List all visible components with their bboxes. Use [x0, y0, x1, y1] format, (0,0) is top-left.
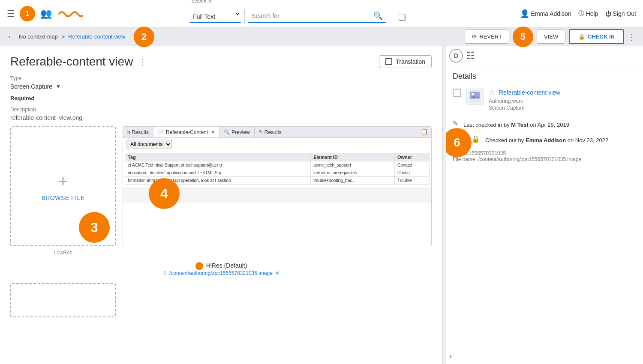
browse-file-button[interactable]: BROWSE FILE	[41, 194, 84, 201]
description-value: referable-content_view.png	[10, 114, 432, 121]
hires-section: ⬤ HiRes (Default) ⇩ /content/authoring/z…	[10, 261, 432, 276]
help-circle-icon: ⓘ	[578, 10, 584, 18]
vertical-scrollbar[interactable]	[442, 46, 446, 364]
content-title-row: Referable-content view ⋮ Translation	[10, 55, 432, 69]
checked-out-user: Emma Addison	[526, 137, 566, 143]
checked-out-row: 6 🔒 Checked out by Emma Addison on Nov 2…	[453, 135, 636, 143]
signout-label: Sign Out	[613, 10, 636, 17]
view-button[interactable]: VIEW	[537, 30, 565, 44]
details-title: Details	[453, 72, 636, 81]
col-header-tag: Tag	[125, 153, 311, 161]
cell-tag: ct ACME Technical Support at techsupport…	[125, 161, 311, 169]
right-tabs: D ☷	[446, 46, 643, 65]
details-item-authoring: Authoring:work	[489, 98, 636, 104]
top-navigation: ☰ 1 👥 Search in Full Text 🔍 ❑ �	[0, 0, 643, 27]
tab-d[interactable]: D	[449, 49, 463, 63]
preview-tab-referable[interactable]: 📄 Referable-Content ✕	[153, 127, 219, 137]
search-area: Search in Full Text 🔍 ❑	[88, 4, 508, 23]
id-row: ID: zpc1556570321035	[453, 150, 636, 156]
download-icon[interactable]: ⇩	[162, 270, 167, 276]
search-in-wrapper: Search in Full Text	[189, 4, 241, 23]
details-item-main: ☆ Referable-content view Authoring:work …	[453, 88, 636, 111]
edit-icon[interactable]: ✎	[453, 119, 458, 128]
copy-icon[interactable]: 📋	[419, 128, 430, 136]
lock-icon: 🔒	[578, 33, 585, 40]
breadcrumb-bar: ← No context map > Referable-content vie…	[0, 27, 643, 46]
checked-out-info: Checked out by Emma Addison on Nov 23, 2…	[485, 137, 608, 143]
hires-radio[interactable]: ⬤	[195, 261, 204, 270]
filename-value: /content/authoring/zpc1556570321035.imag…	[478, 156, 581, 162]
power-icon: ⏻	[605, 10, 611, 17]
close-tab-icon[interactable]: ✕	[211, 130, 215, 134]
col-header-owner: Owner	[394, 153, 429, 161]
cell-owner: Config	[394, 169, 429, 177]
split-icon[interactable]: ⋮	[138, 57, 147, 67]
preview-tab-label: h Results	[127, 129, 149, 135]
details-item-title-row: ☆ Referable-content view	[489, 88, 636, 97]
cell-elementid: troubleshooting_bac...	[311, 177, 395, 185]
bottom-upload-box[interactable]	[10, 283, 116, 317]
revert-icon: ⟳	[472, 33, 477, 40]
star-icon[interactable]: ☆	[489, 88, 496, 97]
type-value: Screen Capture	[10, 83, 52, 90]
user-name: Emma Addison	[531, 10, 571, 17]
expand-icon[interactable]: ›	[449, 352, 452, 361]
id-section: ID: zpc1556570321035 File name: /content…	[453, 150, 636, 162]
search-icon[interactable]: 🔍	[373, 11, 383, 21]
hires-label: HiRes (Default)	[206, 262, 247, 269]
checkin-button[interactable]: 🔒 CHECK IN	[569, 29, 624, 44]
plus-icon: +	[58, 172, 68, 191]
main-layout: Referable-content view ⋮ Translation Typ…	[0, 46, 643, 364]
nav-right: 👤 Emma Addison ⓘ Help ⏻ Sign Out	[520, 9, 636, 18]
all-docs-select[interactable]: All documents	[126, 140, 172, 149]
description-field: Description referable-content_view.png	[10, 107, 432, 121]
cell-owner: Contact	[394, 161, 429, 169]
search-input[interactable]	[252, 12, 372, 19]
required-label: Required	[10, 95, 432, 101]
signout-button[interactable]: ⏻ Sign Out	[605, 10, 636, 17]
user-info[interactable]: 👤 Emma Addison	[520, 9, 571, 18]
checked-out-date: Nov 23, 2022	[575, 137, 608, 143]
help-button[interactable]: ⓘ Help	[578, 10, 598, 18]
back-button[interactable]: ←	[7, 32, 15, 42]
revert-label: REVERT	[479, 33, 502, 40]
cell-elementid: acme_tech_support	[311, 161, 395, 169]
preview-tab-label: Preview	[231, 129, 250, 135]
preview-tab-results1[interactable]: h Results	[123, 127, 153, 137]
no-context-label: No context map	[19, 33, 58, 40]
hires-path-row: ⇩ /content/authoring/zpc1556570321035.im…	[10, 270, 432, 276]
filename-row: File name: /content/authoring/zpc1556570…	[453, 156, 636, 162]
image-thumbnail-icon	[469, 90, 481, 103]
search-box: 🔍	[248, 9, 386, 23]
details-checkbox[interactable]	[453, 89, 461, 97]
image-area: 3 + BROWSE FILE LowRes 4 h Results	[10, 126, 432, 256]
table-row: entication, the client application and T…	[125, 169, 430, 177]
preview-box: 4 h Results 📄 Referable-Content ✕ 🔍 Prev…	[123, 126, 432, 246]
type-dropdown-arrow[interactable]: ▼	[56, 84, 61, 90]
details-item-type: Screen Capture	[489, 105, 636, 111]
required-field: Required	[10, 95, 432, 101]
description-label: Description	[10, 107, 432, 113]
hamburger-menu[interactable]: ☰	[7, 9, 15, 19]
badge-3: 3	[79, 212, 110, 243]
checked-out-on: on	[568, 137, 575, 143]
filter-icon[interactable]: ❑	[390, 12, 406, 23]
doc-icon: 📄	[158, 129, 164, 135]
breadcrumb-separator: >	[61, 33, 65, 40]
right-tab-icon-lines[interactable]: ☷	[465, 48, 477, 63]
checkbox-icon	[385, 58, 392, 65]
details-item-text: ☆ Referable-content view Authoring:work …	[489, 88, 636, 111]
translation-button[interactable]: Translation	[379, 55, 432, 68]
revert-button[interactable]: ⟳ REVERT	[465, 30, 509, 44]
delete-hires-icon[interactable]: ✕	[275, 270, 279, 276]
translation-label: Translation	[396, 58, 425, 65]
col-header-elementid: Element ID	[311, 153, 395, 161]
search-in-label: Search in	[191, 0, 211, 3]
preview-tab-results2[interactable]: ↻ Results	[255, 127, 286, 137]
hires-path-value: /content/authoring/zpc1556570321035.imag…	[169, 270, 273, 276]
last-checked-date: Apr 29, 2019	[538, 122, 569, 128]
more-options-button[interactable]: ⋮	[628, 32, 636, 42]
preview-tab-preview[interactable]: 🔍 Preview	[219, 127, 255, 137]
badge-1: 1	[20, 6, 35, 21]
search-in-select[interactable]: Full Text	[189, 4, 241, 23]
